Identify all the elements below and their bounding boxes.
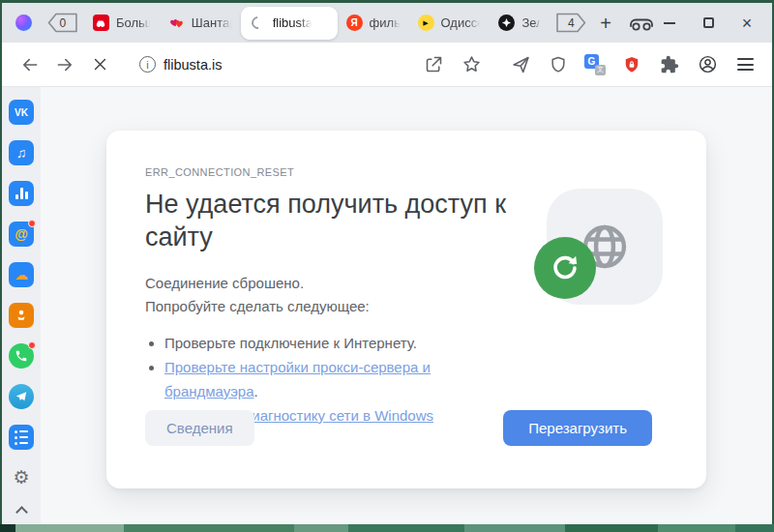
sidebar-cloud-icon[interactable]: ☁ xyxy=(9,262,34,287)
navigation-toolbar: i flibusta.is xyxy=(2,43,772,87)
tab-flibusta-active[interactable]: flibusta xyxy=(241,7,338,40)
sidebar-mail-icon[interactable]: @ xyxy=(9,222,34,247)
tab-label: фильм xyxy=(370,15,401,30)
sparkle-icon xyxy=(498,15,515,31)
sidebar-list-icon[interactable] xyxy=(9,425,34,450)
address-bar-url[interactable]: flibusta.is xyxy=(164,57,222,73)
details-button[interactable]: Сведения xyxy=(145,410,254,446)
stop-button[interactable] xyxy=(87,52,112,77)
red-car-icon xyxy=(93,15,109,31)
maximize-button[interactable] xyxy=(700,15,716,31)
pinned-tabs-count: 0 xyxy=(60,16,67,30)
adblock-shield-icon[interactable] xyxy=(620,53,643,76)
turbo-rocket-icon[interactable] xyxy=(509,53,532,76)
error-title: Не удается получить доступ к сайту xyxy=(145,188,571,253)
menu-hamburger-icon[interactable] xyxy=(733,53,757,76)
tab-label: Больш xyxy=(116,15,151,30)
tab-bolsh[interactable]: Больш xyxy=(84,7,160,40)
error-page: ERR_CONNECTION_RESET Не удается получить… xyxy=(41,87,772,524)
tab-label: Шантар xyxy=(192,15,232,30)
refresh-icon xyxy=(534,237,596,299)
protect-shield-icon[interactable] xyxy=(547,53,570,76)
sidebar-telegram-icon[interactable] xyxy=(9,384,34,409)
tab-label: Одиссе xyxy=(441,15,482,30)
notification-badge xyxy=(28,341,36,349)
tab-zelen[interactable]: Зелён xyxy=(490,7,550,40)
profile-avatar[interactable] xyxy=(15,15,32,31)
sidebar-music-icon[interactable]: ♫ xyxy=(9,140,34,165)
hearts-icon xyxy=(168,15,185,31)
tab-label: Зелён xyxy=(521,15,541,30)
translate-icon[interactable]: G 文 xyxy=(584,54,606,75)
back-button[interactable] xyxy=(17,52,43,77)
share-icon[interactable] xyxy=(422,53,445,76)
bookmark-star-icon[interactable] xyxy=(460,53,483,76)
tab-count: 4 xyxy=(568,16,575,30)
reload-button[interactable]: Перезагрузить xyxy=(503,410,652,446)
tab-label: flibusta xyxy=(273,15,313,30)
browser-window: 0 Больш Шантар flibusta Я фильм xyxy=(0,0,774,532)
tab-counter[interactable]: 4 xyxy=(555,13,586,33)
extensions-puzzle-icon[interactable] xyxy=(658,53,681,76)
suggestion-item: Проверьте подключение к Интернету. xyxy=(164,331,469,355)
loading-spinner-icon xyxy=(250,15,266,31)
yandex-icon: Я xyxy=(346,15,363,31)
tab-film[interactable]: Я фильм xyxy=(338,7,409,40)
services-sidebar: VK ♫ @ ☁ xyxy=(2,87,41,524)
play-icon: ▶ xyxy=(418,15,434,31)
desktop-wallpaper-strip xyxy=(0,524,774,532)
tab-shantar[interactable]: Шантар xyxy=(160,7,241,40)
proxy-settings-link[interactable]: Проверьте настройки прокси-сервера и бра… xyxy=(164,359,431,399)
toolbar-actions: G 文 xyxy=(422,53,757,76)
collapse-chevron-icon[interactable] xyxy=(15,505,27,517)
tab-odisse[interactable]: ▶ Одиссе xyxy=(409,7,491,40)
car-icon[interactable] xyxy=(629,14,654,33)
site-info-icon[interactable]: i xyxy=(139,56,156,73)
error-code: ERR_CONNECTION_RESET xyxy=(145,166,706,178)
settings-gear-icon[interactable]: ⚙ xyxy=(2,465,41,490)
sidebar-odnoklassniki-icon[interactable] xyxy=(9,303,34,328)
notification-badge xyxy=(28,220,36,227)
sidebar-stats-icon[interactable] xyxy=(9,181,34,206)
forward-button[interactable] xyxy=(52,52,77,77)
error-actions: Сведения Перезагрузить xyxy=(145,410,652,446)
tab-strip: 0 Больш Шантар flibusta Я фильм xyxy=(2,3,772,43)
sidebar-vk-icon[interactable]: VK xyxy=(9,100,34,125)
minimize-button[interactable] xyxy=(662,15,677,31)
error-card: ERR_CONNECTION_RESET Не удается получить… xyxy=(106,131,706,488)
error-illustration xyxy=(547,189,663,305)
sidebar-whatsapp-icon[interactable] xyxy=(9,343,34,369)
browser-content: VK ♫ @ ☁ xyxy=(2,87,772,524)
pinned-tabs-counter[interactable]: 0 xyxy=(47,13,78,33)
window-controls: × xyxy=(662,15,762,31)
close-button[interactable]: × xyxy=(739,15,755,31)
new-tab-button[interactable]: + xyxy=(600,14,611,33)
profile-icon[interactable] xyxy=(696,53,719,76)
suggestion-item: Проверьте настройки прокси-сервера и бра… xyxy=(164,355,469,403)
